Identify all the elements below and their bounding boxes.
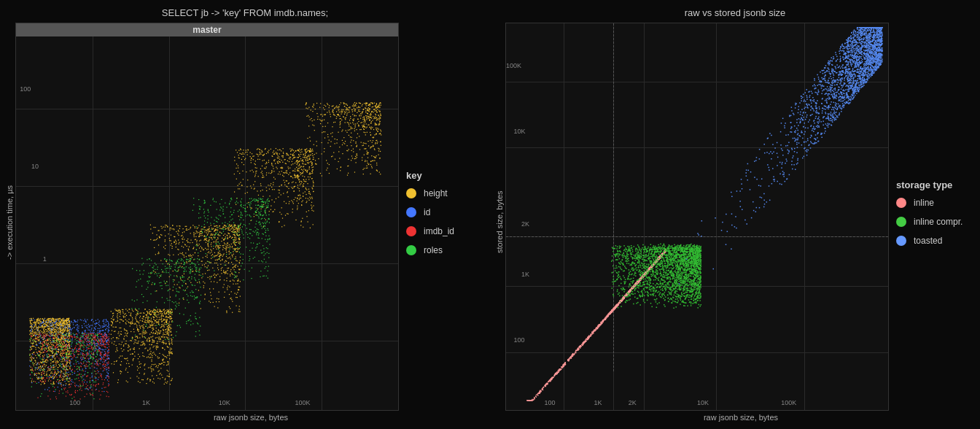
left-chart-title: SELECT jb -> 'key' FROM imdb.names; xyxy=(162,7,328,18)
left-legend: key height id imdb_id r xyxy=(399,23,486,411)
legend-label-inline-compr: inline compr. xyxy=(914,217,962,227)
right-panel: raw vs stored jsonb size stored size, by… xyxy=(490,0,980,429)
right-plot-box: 100K 10K 2K 1K 100 100 1K 2K 10K 100K xyxy=(505,23,889,411)
right-plot-with-legend: 100K 10K 2K 1K 100 100 1K 2K 10K 100K st… xyxy=(505,23,976,411)
right-chart-title: raw vs stored jsonb size xyxy=(685,7,786,18)
left-scatter-canvas xyxy=(16,23,398,410)
left-plot-with-legend: master 100 10 1 100 1K xyxy=(15,23,486,411)
legend-label-height: height xyxy=(424,188,448,198)
legend-dot-toasted xyxy=(896,236,906,246)
right-legend: storage type inline inline compr. toaste… xyxy=(889,23,976,411)
left-legend-title: key xyxy=(406,170,479,181)
right-x-label: raw jsonb size, bytes xyxy=(505,413,976,422)
legend-item-inline: inline xyxy=(896,198,969,208)
left-plot-container: master 100 10 1 100 1K xyxy=(15,23,486,422)
legend-item-height: height xyxy=(406,188,479,198)
legend-item-id: id xyxy=(406,207,479,217)
legend-dot-height xyxy=(406,188,416,198)
left-panel: SELECT jb -> 'key' FROM imdb.names; -> e… xyxy=(0,0,490,429)
left-x-label: raw jsonb size, bytes xyxy=(15,413,486,422)
right-plot-container: 100K 10K 2K 1K 100 100 1K 2K 10K 100K st… xyxy=(505,23,976,422)
left-y-label: -> execution time, µs xyxy=(4,23,15,422)
right-y-label: stored size, bytes xyxy=(494,23,505,422)
legend-dot-inline-compr xyxy=(896,217,906,227)
legend-label-toasted: toasted xyxy=(914,236,942,246)
left-chart-area: -> execution time, µs master 100 10 xyxy=(4,23,486,422)
legend-item-roles: roles xyxy=(406,245,479,255)
legend-item-toasted: toasted xyxy=(896,236,969,246)
legend-dot-roles xyxy=(406,245,416,255)
left-plot-box: master 100 10 1 100 1K xyxy=(15,23,399,411)
legend-dot-inline xyxy=(896,198,906,208)
right-chart-area: stored size, bytes xyxy=(494,23,976,422)
legend-label-imdb-id: imdb_id xyxy=(424,226,454,236)
right-legend-title: storage type xyxy=(896,179,969,190)
legend-item-inline-compr: inline compr. xyxy=(896,217,969,227)
legend-dot-id xyxy=(406,207,416,217)
legend-item-imdb-id: imdb_id xyxy=(406,226,479,236)
master-bar: master xyxy=(16,23,398,36)
legend-dot-imdb-id xyxy=(406,226,416,236)
right-scatter-canvas xyxy=(506,23,888,410)
legend-label-roles: roles xyxy=(424,245,443,255)
legend-label-inline: inline xyxy=(914,198,934,208)
legend-label-id: id xyxy=(424,207,430,217)
